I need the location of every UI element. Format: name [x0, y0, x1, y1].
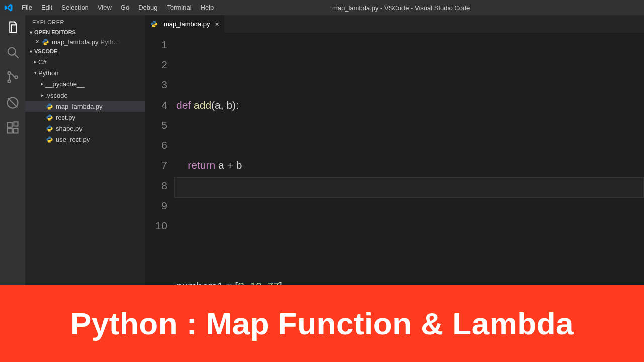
open-editor-item[interactable]: × map_lambda.py Pyth...	[25, 36, 145, 47]
extensions-icon[interactable]	[6, 121, 20, 135]
folder-label: Python	[38, 69, 58, 77]
svg-rect-8	[8, 128, 12, 133]
vscode-window: File Edit Selection View Go Debug Termin…	[0, 0, 644, 285]
python-file-icon	[45, 124, 53, 132]
chevron-right-icon: ▸	[39, 81, 45, 86]
folder-python[interactable]: ▾ Python	[25, 67, 145, 78]
window-title: map_lambda.py - VSCode - Visual Studio C…	[218, 4, 644, 12]
chevron-right-icon: ▸	[39, 93, 45, 98]
explorer-icon[interactable]	[6, 20, 20, 34]
folder-label: __pycache__	[45, 80, 84, 88]
python-file-icon	[150, 20, 158, 28]
python-file-icon	[45, 135, 53, 143]
folder-csharp[interactable]: ▸ C#	[25, 56, 145, 67]
file-use-rect[interactable]: use_rect.py	[25, 134, 145, 145]
svg-rect-9	[13, 128, 18, 133]
sidebar-title: EXPLORER	[25, 15, 145, 28]
editor-group: map_lambda.py × 1 2 3 4 5 6 7 8 9 10	[145, 15, 644, 285]
activity-bar	[0, 15, 25, 285]
python-file-icon	[41, 38, 49, 46]
line-gutter: 1 2 3 4 5 6 7 8 9 10	[145, 35, 176, 285]
tab-map-lambda[interactable]: map_lambda.py ×	[145, 15, 224, 33]
menu-go[interactable]: Go	[116, 0, 134, 15]
svg-point-3	[8, 80, 10, 82]
line-number: 1	[145, 35, 167, 55]
tab-bar: map_lambda.py ×	[145, 15, 644, 33]
file-label: shape.py	[56, 125, 83, 132]
line-number: 10	[145, 216, 167, 236]
svg-point-0	[8, 48, 16, 55]
active-line-highlight	[174, 177, 644, 198]
line-number: 7	[145, 155, 167, 175]
close-icon[interactable]: ×	[33, 38, 41, 45]
file-rect[interactable]: rect.py	[25, 112, 145, 123]
open-editors-label: OPEN EDITORS	[34, 29, 76, 35]
svg-rect-7	[8, 123, 12, 127]
explorer-sidebar: EXPLORER ▾ OPEN EDITORS × map_lambda.py …	[25, 15, 145, 285]
menu-edit[interactable]: Edit	[37, 0, 57, 15]
code-editor[interactable]: 1 2 3 4 5 6 7 8 9 10 def add(a, b): retu…	[145, 33, 644, 285]
line-number: 2	[145, 55, 167, 75]
title-banner: Python : Map Function & Lambda	[0, 285, 644, 362]
line-number: 6	[145, 135, 167, 155]
file-tree: ▸ C# ▾ Python ▸ __pycache__ ▸ .vscode	[25, 55, 145, 145]
vscode-logo-icon	[0, 3, 17, 12]
tab-label: map_lambda.py	[164, 20, 210, 28]
open-editor-path: Pyth...	[101, 38, 119, 46]
svg-line-1	[15, 55, 19, 58]
close-icon[interactable]: ×	[215, 20, 219, 28]
svg-line-6	[8, 98, 18, 108]
menu-file[interactable]: File	[17, 0, 37, 15]
banner-text: Python : Map Function & Lambda	[70, 306, 574, 341]
folder-label: .vscode	[45, 92, 68, 99]
open-editor-filename: map_lambda.py	[52, 38, 99, 46]
menu-view[interactable]: View	[93, 0, 116, 15]
open-editors-header[interactable]: ▾ OPEN EDITORS	[25, 28, 145, 36]
workspace-label: VSCODE	[34, 48, 57, 54]
line-number: 5	[145, 115, 167, 135]
svg-point-2	[8, 72, 10, 74]
file-label: map_lambda.py	[56, 103, 103, 110]
file-label: rect.py	[56, 114, 75, 121]
folder-label: C#	[38, 58, 47, 66]
chevron-down-icon: ▾	[32, 70, 38, 75]
chevron-right-icon: ▸	[32, 59, 38, 64]
folder-pycache[interactable]: ▸ __pycache__	[25, 78, 145, 89]
line-number: 8	[145, 175, 167, 196]
chevron-down-icon: ▾	[27, 49, 34, 54]
menu-terminal[interactable]: Terminal	[162, 0, 196, 15]
title-bar: File Edit Selection View Go Debug Termin…	[0, 0, 644, 15]
line-number: 9	[145, 196, 167, 216]
workspace-header[interactable]: ▾ VSCODE	[25, 47, 145, 55]
code-content[interactable]: def add(a, b): return a + b numbers1 = […	[176, 35, 644, 285]
menu-help[interactable]: Help	[196, 0, 219, 15]
menu-bar: File Edit Selection View Go Debug Termin…	[17, 0, 218, 15]
file-map-lambda[interactable]: map_lambda.py	[25, 101, 145, 112]
source-control-icon[interactable]	[6, 70, 20, 84]
svg-point-4	[15, 76, 17, 78]
file-shape[interactable]: shape.py	[25, 123, 145, 134]
file-label: use_rect.py	[56, 136, 90, 143]
main-area: EXPLORER ▾ OPEN EDITORS × map_lambda.py …	[0, 15, 644, 285]
python-file-icon	[45, 113, 53, 121]
menu-debug[interactable]: Debug	[134, 0, 162, 15]
menu-selection[interactable]: Selection	[57, 0, 93, 15]
search-icon[interactable]	[6, 45, 20, 59]
folder-vscode[interactable]: ▸ .vscode	[25, 89, 145, 101]
debug-icon[interactable]	[6, 96, 20, 110]
line-number: 4	[145, 95, 167, 115]
line-number: 3	[145, 75, 167, 95]
svg-rect-10	[14, 122, 18, 126]
python-file-icon	[45, 102, 53, 110]
chevron-down-icon: ▾	[27, 30, 34, 35]
